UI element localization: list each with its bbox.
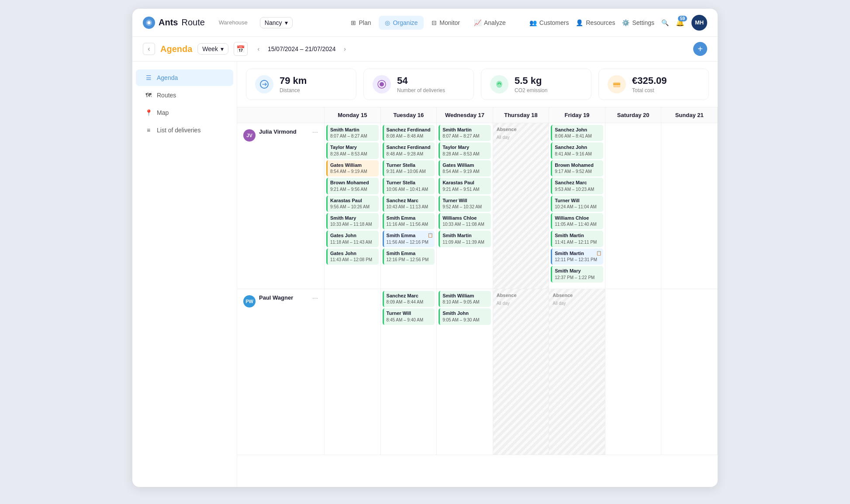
delivery-card-r0-d2-c4[interactable]: Turner Will9:52 AM – 10:32 AM xyxy=(439,196,491,212)
resource-header-0: JVJulia Virmond··· xyxy=(237,123,325,289)
delivery-card-r0-d4-c3[interactable]: Sanchez Marc9:53 AM – 10:23 AM xyxy=(551,178,603,194)
delivery-card-r0-d0-c1[interactable]: Taylor Mary8:28 AM – 8:53 AM xyxy=(326,142,379,159)
delivery-card-r0-d1-c5[interactable]: Smith Emma11:16 AM – 11:56 AM xyxy=(383,213,435,229)
delivery-card-r0-d0-c4[interactable]: Karastas Paul9:56 AM – 10:26 AM xyxy=(326,196,379,212)
search-icon: 🔍 xyxy=(661,19,669,26)
nav-organize[interactable]: ◎ Organize xyxy=(379,16,424,30)
delivery-time: 9:17 AM – 9:52 AM xyxy=(555,169,601,175)
delivery-card-r1-d2-c0[interactable]: Smith William8:10 AM – 9:05 AM xyxy=(439,291,491,307)
delivery-time: 8:28 AM – 8:53 AM xyxy=(330,151,376,157)
delivery-card-r1-d1-c1[interactable]: Turner Will8:45 AM – 9:40 AM xyxy=(383,308,435,324)
delivery-card-r0-d0-c3[interactable]: Brown Mohamed9:21 AM – 9:56 AM xyxy=(326,178,379,194)
delivery-time: 11:18 AM – 11:43 AM xyxy=(330,239,376,245)
delivery-card-r0-d0-c2[interactable]: Gates William8:54 AM – 9:19 AM xyxy=(326,160,379,176)
warehouse-select[interactable]: Nancy ▾ xyxy=(260,17,293,28)
delivery-card-r1-d2-c1[interactable]: Smith John9:05 AM – 9:30 AM xyxy=(439,308,491,324)
back-button[interactable]: ‹ xyxy=(143,43,155,55)
sidebar-item-routes[interactable]: 🗺 Routes xyxy=(136,87,233,104)
delivery-card-r0-d0-c7[interactable]: Gates John11:43 AM – 12:08 PM xyxy=(326,249,379,265)
prev-week-button[interactable]: ‹ xyxy=(253,43,264,55)
delivery-time: 12:16 PM – 12:56 PM xyxy=(387,257,432,263)
delivery-card-r0-d2-c1[interactable]: Taylor Mary8:28 AM – 8:53 AM xyxy=(439,142,491,159)
delivery-name: Taylor Mary xyxy=(442,144,488,151)
delivery-card-r0-d2-c0[interactable]: Smith Martin8:07 AM – 8:27 AM xyxy=(439,125,491,141)
warehouse-value: Nancy xyxy=(265,19,282,26)
nav-plan[interactable]: ⊞ Plan xyxy=(345,16,377,30)
delivery-card-r0-d4-c1[interactable]: Sanchez John8:41 AM – 9:16 AM xyxy=(551,142,603,159)
next-week-button[interactable]: › xyxy=(339,43,351,55)
sidebar-item-agenda[interactable]: ☰ Agenda xyxy=(136,69,233,86)
calendar-icon-button[interactable]: 📅 xyxy=(234,42,248,56)
cost-label: Total cost xyxy=(632,87,667,93)
app-logo: AntsRoute xyxy=(143,17,205,29)
delivery-time: 9:31 AM – 10:06 AM xyxy=(387,169,432,175)
sidebar: ☰ Agenda 🗺 Routes 📍 Map ≡ List of delive… xyxy=(132,62,237,487)
absence-label: Absence xyxy=(495,125,547,134)
delivery-time: 12:37 PM – 1:22 PM xyxy=(555,275,601,281)
delivery-time: 8:48 AM – 9:28 AM xyxy=(387,151,432,157)
delivery-card-r0-d1-c3[interactable]: Turner Stella10:06 AM – 10:41 AM xyxy=(383,178,435,194)
delivery-card-r0-d4-c2[interactable]: Brown Mohamed9:17 AM – 9:52 AM xyxy=(551,160,603,176)
delivery-card-r0-d4-c0[interactable]: Sanchez John8:06 AM – 8:41 AM xyxy=(551,125,603,141)
logo-text-part2: Route xyxy=(181,17,204,28)
delivery-card-r0-d2-c2[interactable]: Gates William8:54 AM – 9:19 AM xyxy=(439,160,491,176)
distance-value: 79 km xyxy=(280,75,307,86)
delivery-time: 8:07 AM – 8:27 AM xyxy=(442,133,488,139)
sidebar-deliveries-label: List of deliveries xyxy=(157,127,200,134)
delivery-card-r0-d1-c0[interactable]: Sanchez Ferdinand8:08 AM – 8:48 AM xyxy=(383,125,435,141)
delivery-card-r0-d0-c0[interactable]: Smith Martin8:07 AM – 8:27 AM xyxy=(326,125,379,141)
delivery-card-r0-d1-c2[interactable]: Turner Stella9:31 AM – 10:06 AM xyxy=(383,160,435,176)
routes-icon: 🗺 xyxy=(145,91,152,99)
delivery-card-r0-d2-c3[interactable]: Karastas Paul9:21 AM – 9:51 AM xyxy=(439,178,491,194)
stat-co2: 5.5 kg CO2 emission xyxy=(481,69,591,100)
delivery-card-r0-d4-c6[interactable]: Smith Martin11:41 AM – 12:11 PM xyxy=(551,231,603,247)
delivery-card-r1-d1-c0[interactable]: Sanchez Marc8:09 AM – 8:44 AM xyxy=(383,291,435,307)
delivery-card-r0-d4-c4[interactable]: Turner Will10:24 AM – 11:04 AM xyxy=(551,196,603,212)
delivery-card-r0-d4-c5[interactable]: Williams Chloe11:05 AM – 11:40 AM xyxy=(551,213,603,229)
delivery-card-r0-d0-c6[interactable]: Gates John11:18 AM – 11:43 AM xyxy=(326,231,379,247)
delivery-card-r0-d4-c8[interactable]: Smith Mary12:37 PM – 1:22 PM xyxy=(551,266,603,282)
delivery-card-r0-d0-c5[interactable]: Smith Mary10:33 AM – 11:18 AM xyxy=(326,213,379,229)
cal-cell-r0-d2: Smith Martin8:07 AM – 8:27 AMTaylor Mary… xyxy=(437,123,493,289)
resources-nav[interactable]: 👤 Resources xyxy=(576,19,615,26)
sidebar-item-map[interactable]: 📍 Map xyxy=(136,104,233,121)
sidebar-item-list-of-deliveries[interactable]: ≡ List of deliveries xyxy=(136,122,233,138)
sidebar-agenda-label: Agenda xyxy=(157,74,178,81)
list-icon: ≡ xyxy=(145,126,152,134)
delivery-name: Gates John xyxy=(330,232,376,239)
delivery-card-r0-d2-c5[interactable]: Williams Chloe10:33 AM – 11:08 AM xyxy=(439,213,491,229)
agenda-title: Agenda xyxy=(160,44,192,54)
delivery-card-r0-d1-c4[interactable]: Sanchez Marc10:43 AM – 11:13 AM xyxy=(383,196,435,212)
cal-cell-r1-d0 xyxy=(325,289,381,455)
resource-menu-button[interactable]: ··· xyxy=(312,128,318,136)
delivery-card-r0-d2-c6[interactable]: Smith Martin11:09 AM – 11:39 AM xyxy=(439,231,491,247)
cal-cell-r0-d1: Sanchez Ferdinand8:08 AM – 8:48 AMSanche… xyxy=(381,123,437,289)
nav-analyze[interactable]: 📈 Analyze xyxy=(468,16,512,30)
absence-sublabel: All day xyxy=(495,135,547,140)
resource-menu-button[interactable]: ··· xyxy=(312,294,318,302)
customers-nav[interactable]: 👥 Customers xyxy=(529,19,569,26)
resource-avatar: PW xyxy=(243,295,256,307)
search-nav[interactable]: 🔍 xyxy=(661,19,669,26)
nav-monitor[interactable]: ⊟ Monitor xyxy=(425,16,466,30)
main-nav: ⊞ Plan ◎ Organize ⊟ Monitor 📈 Analyze xyxy=(345,16,511,30)
organize-icon: ◎ xyxy=(385,19,390,26)
map-icon: 📍 xyxy=(145,109,152,117)
cal-cell-r0-d6 xyxy=(661,123,718,289)
delivery-card-r0-d4-c7[interactable]: Smith Martin12:11 PM – 12:31 PM xyxy=(551,249,603,265)
delivery-card-r0-d1-c1[interactable]: Sanchez Ferdinand8:48 AM – 9:28 AM xyxy=(383,142,435,159)
delivery-card-r0-d1-c6[interactable]: Smith Emma11:56 AM – 12:16 PM xyxy=(383,231,435,247)
user-avatar[interactable]: MH xyxy=(691,15,707,31)
delivery-time: 8:41 AM – 9:16 AM xyxy=(555,151,601,157)
notifications-button[interactable]: 🔔 59 xyxy=(676,18,684,27)
add-button[interactable]: + xyxy=(693,42,707,56)
deliveries-value: 54 xyxy=(397,75,445,86)
cal-header-day-2: Wednesday 17 xyxy=(437,107,493,123)
settings-nav[interactable]: ⚙️ Settings xyxy=(622,19,654,26)
sidebar-map-label: Map xyxy=(157,109,169,116)
delivery-time: 11:43 AM – 12:08 PM xyxy=(330,257,376,263)
absence-label: Absence xyxy=(495,291,547,300)
delivery-card-r0-d1-c7[interactable]: Smith Emma12:16 PM – 12:56 PM xyxy=(383,249,435,265)
stat-deliveries: 54 Number of deliveries xyxy=(363,69,474,100)
view-select[interactable]: Week ▾ xyxy=(197,43,228,55)
